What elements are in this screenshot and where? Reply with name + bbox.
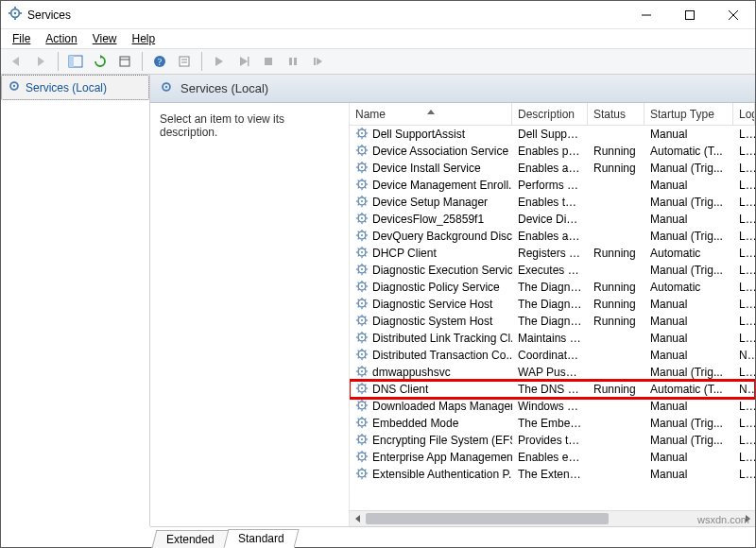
gear-icon bbox=[355, 144, 369, 160]
service-row[interactable]: Distributed Transaction Co...Coordinates… bbox=[350, 347, 755, 364]
tab-standard[interactable]: Standard bbox=[223, 529, 299, 548]
restart-button[interactable] bbox=[306, 50, 329, 73]
pause-button[interactable] bbox=[282, 50, 304, 73]
svg-line-104 bbox=[365, 231, 366, 231]
svg-line-211 bbox=[358, 418, 359, 419]
menu-view[interactable]: View bbox=[85, 30, 125, 47]
svg-line-244 bbox=[365, 469, 366, 470]
svg-line-113 bbox=[358, 255, 359, 256]
view-tabs: Extended Standard bbox=[150, 526, 755, 547]
service-row[interactable]: Diagnostic Service HostThe Diagno...Runn… bbox=[350, 296, 755, 313]
svg-line-122 bbox=[365, 272, 366, 273]
service-row[interactable]: Diagnostic Execution ServiceExecutes dia… bbox=[350, 262, 755, 279]
service-description: Enables a c... bbox=[512, 162, 588, 175]
service-row[interactable]: Diagnostic System HostThe Diagno...Runni… bbox=[350, 313, 755, 330]
service-logon: Loc bbox=[733, 298, 755, 311]
svg-line-184 bbox=[365, 367, 366, 368]
svg-line-73 bbox=[358, 187, 359, 188]
svg-rect-13 bbox=[69, 56, 74, 67]
scroll-track[interactable] bbox=[366, 511, 739, 526]
svg-marker-246 bbox=[746, 515, 750, 522]
menu-file[interactable]: File bbox=[5, 30, 38, 47]
svg-line-233 bbox=[358, 459, 359, 460]
service-row[interactable]: DHCP ClientRegisters an...RunningAutomat… bbox=[350, 245, 755, 262]
svg-line-201 bbox=[358, 401, 359, 402]
content-pane: Services (Local) Select an item to view … bbox=[150, 75, 755, 526]
gear-icon bbox=[355, 178, 369, 194]
svg-line-191 bbox=[358, 384, 359, 385]
svg-point-136 bbox=[361, 301, 363, 303]
service-logon: Net bbox=[733, 383, 755, 396]
column-startup[interactable]: Startup Type bbox=[644, 103, 733, 125]
svg-point-46 bbox=[361, 148, 363, 150]
column-status[interactable]: Status bbox=[588, 103, 644, 125]
svg-point-56 bbox=[361, 165, 363, 167]
start-service-button[interactable] bbox=[208, 50, 231, 73]
service-row[interactable]: Diagnostic Policy ServiceThe Diagno...Ru… bbox=[350, 279, 755, 296]
service-row[interactable]: Device Management Enroll...Performs D...… bbox=[350, 177, 755, 194]
horizontal-scrollbar[interactable] bbox=[350, 510, 755, 526]
menubar: File Action View Help bbox=[1, 29, 755, 48]
svg-line-202 bbox=[365, 408, 366, 409]
stop-service-button[interactable] bbox=[232, 50, 255, 73]
service-startup: Manual (Trig... bbox=[644, 196, 733, 209]
service-row[interactable]: Encrypting File System (EFS)Provides th.… bbox=[350, 432, 755, 449]
column-description[interactable]: Description bbox=[512, 103, 588, 125]
maximize-button[interactable] bbox=[668, 1, 712, 29]
svg-marker-29 bbox=[317, 58, 322, 65]
scroll-thumb[interactable] bbox=[366, 513, 609, 524]
back-button[interactable] bbox=[5, 50, 27, 73]
refresh-button[interactable] bbox=[89, 50, 112, 73]
separator bbox=[58, 52, 59, 71]
svg-rect-15 bbox=[120, 57, 129, 66]
menu-action[interactable]: Action bbox=[38, 30, 84, 47]
service-row[interactable]: Extensible Authentication P...The Extens… bbox=[350, 466, 755, 483]
column-logon[interactable]: Log bbox=[733, 103, 755, 125]
minimize-button[interactable] bbox=[625, 1, 668, 29]
scroll-right-button[interactable] bbox=[739, 511, 755, 526]
properties-button[interactable] bbox=[173, 50, 196, 73]
menu-help[interactable]: Help bbox=[125, 30, 163, 47]
service-name: dmwappushsvc bbox=[372, 366, 451, 379]
forward-button[interactable] bbox=[29, 50, 52, 73]
svg-line-63 bbox=[358, 170, 359, 171]
service-row[interactable]: Embedded ModeThe Embed...Manual (Trig...… bbox=[350, 415, 755, 432]
export-button[interactable] bbox=[113, 50, 136, 73]
help-button[interactable]: ? bbox=[148, 50, 171, 73]
window-title: Services bbox=[27, 9, 625, 22]
service-status: Running bbox=[588, 315, 644, 328]
stop-button[interactable] bbox=[257, 50, 280, 73]
service-row[interactable]: Downloaded Maps ManagerWindows se...Manu… bbox=[350, 398, 755, 415]
service-description: Coordinates... bbox=[512, 349, 588, 362]
service-row[interactable]: Device Association ServiceEnables pair..… bbox=[350, 143, 755, 160]
svg-line-132 bbox=[365, 289, 366, 290]
service-startup: Manual bbox=[644, 179, 733, 192]
service-row[interactable]: Device Install ServiceEnables a c...Runn… bbox=[350, 160, 755, 177]
svg-rect-26 bbox=[289, 58, 292, 65]
service-description: Enables ent... bbox=[512, 451, 588, 464]
gear-icon bbox=[355, 229, 369, 245]
service-row[interactable]: DevicesFlow_25859f1Device Disc...ManualL… bbox=[350, 211, 755, 228]
service-startup: Manual bbox=[644, 332, 733, 345]
svg-line-54 bbox=[365, 146, 366, 146]
service-row[interactable]: Enterprise App Managemen...Enables ent..… bbox=[350, 449, 755, 466]
service-row[interactable]: DevQuery Background Disc...Enables app..… bbox=[350, 228, 755, 245]
show-hide-tree-button[interactable] bbox=[64, 50, 87, 73]
service-row[interactable]: dmwappushsvcWAP Push ...Manual (Trig...L… bbox=[350, 364, 755, 381]
service-row[interactable]: Device Setup ManagerEnables the ...Manua… bbox=[350, 194, 755, 211]
service-row[interactable]: Distributed Link Tracking Cl...Maintains… bbox=[350, 330, 755, 347]
tree-root-item[interactable]: Services (Local) bbox=[1, 75, 149, 100]
service-startup: Automatic bbox=[644, 281, 733, 294]
scroll-left-button[interactable] bbox=[350, 511, 366, 526]
service-row[interactable]: DNS ClientThe DNS Cli...RunningAutomatic… bbox=[350, 381, 755, 398]
tree-root-label: Services (Local) bbox=[26, 81, 107, 94]
service-description: Executes dia... bbox=[512, 264, 588, 277]
tab-extended[interactable]: Extended bbox=[152, 530, 229, 548]
column-name[interactable]: Name bbox=[350, 103, 512, 125]
svg-point-96 bbox=[361, 233, 363, 235]
service-row[interactable]: Dell SupportAssistDell Suppor...ManualLo… bbox=[350, 126, 755, 143]
svg-line-171 bbox=[358, 350, 359, 351]
close-button[interactable] bbox=[712, 1, 755, 29]
svg-line-114 bbox=[365, 248, 366, 248]
tree-pane: Services (Local) bbox=[1, 75, 150, 526]
